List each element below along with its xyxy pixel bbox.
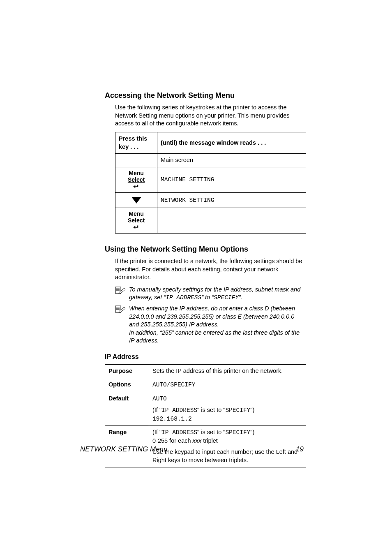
label-purpose: Purpose <box>105 365 149 378</box>
value-purpose: Sets the IP address of this printer on t… <box>149 365 306 378</box>
note-icon <box>115 305 126 313</box>
key-cell-menu-select: Menu Select ↵ <box>115 167 157 192</box>
note-text: To manually specify settings for the IP … <box>129 286 304 302</box>
menu-label-line1: Menu <box>129 210 144 217</box>
enter-icon: ↵ <box>133 184 139 190</box>
table-row: Menu Select ↵ <box>115 208 306 233</box>
menu-label-line2: Select <box>128 217 145 224</box>
page-number: 19 <box>296 445 304 454</box>
note-block: When entering the IP address, do not ent… <box>115 305 304 345</box>
table-row: Purpose Sets the IP address of this prin… <box>105 365 306 378</box>
intro-paragraph-2: If the printer is connected to a network… <box>115 257 304 282</box>
footer-title: NETWORK SETTING Menu <box>80 445 168 454</box>
msg-cell: Main screen <box>157 154 306 167</box>
section-title-accessing: Accessing the Network Setting Menu <box>105 90 304 100</box>
table-row: Main screen <box>115 154 306 167</box>
enter-icon: ↵ <box>133 224 139 231</box>
key-cell-menu-select: Menu Select ↵ <box>115 208 157 233</box>
table-row: Press this key . . . (until) the message… <box>115 132 306 153</box>
label-options: Options <box>105 378 149 392</box>
table-header-key: Press this key . . . <box>115 132 157 153</box>
table-row: Options AUTO/SPECIFY <box>105 378 306 392</box>
value-default: AUTO (If "IP ADDRESS" is set to "SPECIFY… <box>149 392 306 426</box>
section-title-using: Using the Network Setting Menu Options <box>105 244 304 254</box>
menu-label-line2: Select <box>128 176 145 183</box>
key-cell-empty <box>115 154 157 167</box>
table-header-msg: (until) the message window reads . . . <box>157 132 306 153</box>
intro-paragraph-1: Use the following series of keystrokes a… <box>115 104 304 128</box>
table-row: Default AUTO (If "IP ADDRESS" is set to … <box>105 392 306 426</box>
msg-cell: MACHINE SETTING <box>157 167 306 192</box>
value-options: AUTO/SPECIFY <box>149 378 306 392</box>
note-text: When entering the IP address, do not ent… <box>129 305 304 345</box>
down-arrow-icon <box>131 197 141 204</box>
keystroke-table: Press this key . . . (until) the message… <box>115 132 306 234</box>
table-row: NETWORK SETTING <box>115 192 306 208</box>
note-block: To manually specify settings for the IP … <box>115 286 304 302</box>
key-cell-down <box>115 192 157 208</box>
subsection-title-ip: IP Address <box>105 352 304 361</box>
msg-cell: NETWORK SETTING <box>157 192 306 208</box>
table-row: Menu Select ↵ MACHINE SETTING <box>115 167 306 192</box>
msg-cell-empty <box>157 208 306 233</box>
menu-label-line1: Menu <box>129 170 144 176</box>
note-icon <box>115 287 126 294</box>
page-footer: NETWORK SETTING Menu 19 <box>80 443 304 454</box>
label-default: Default <box>105 392 149 426</box>
